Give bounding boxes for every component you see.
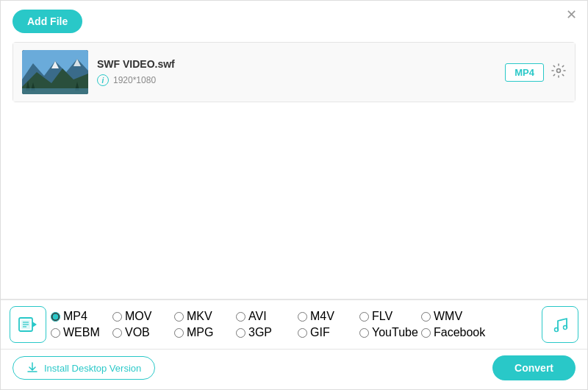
file-thumbnail (22, 50, 88, 94)
format-row-2: WEBM VOB MPG 3GP GIF (51, 326, 537, 339)
audio-format-tab[interactable] (542, 306, 578, 343)
format-row: MP4 MOV MKV AVI M4V (1, 300, 587, 349)
file-dimensions: 1920*1080 (113, 75, 156, 85)
format-option-youtube[interactable]: YouTube (359, 326, 418, 339)
format-option-wmv[interactable]: WMV (421, 310, 480, 323)
download-icon (26, 362, 38, 374)
file-meta: i 1920*1080 (97, 74, 496, 86)
bottom-actions: Install Desktop Version Convert (1, 350, 587, 389)
file-name: SWF VIDEO.swf (97, 58, 496, 70)
format-option-mpg[interactable]: MPG (174, 326, 233, 339)
format-options: MP4 MOV MKV AVI M4V (51, 304, 537, 345)
content-area (1, 102, 587, 264)
file-info: SWF VIDEO.swf i 1920*1080 (88, 58, 505, 86)
close-button[interactable]: ✕ (566, 8, 577, 21)
format-row-1: MP4 MOV MKV AVI M4V (51, 310, 537, 323)
format-option-mkv[interactable]: MKV (174, 310, 233, 323)
format-option-flv[interactable]: FLV (359, 310, 418, 323)
settings-icon[interactable] (551, 63, 566, 82)
svg-point-17 (564, 326, 567, 330)
file-actions: MP4 (505, 63, 566, 82)
format-option-3gp[interactable]: 3GP (236, 326, 295, 339)
video-format-tab[interactable] (10, 306, 46, 343)
format-option-gif[interactable]: GIF (298, 326, 356, 339)
format-option-m4v[interactable]: M4V (298, 310, 356, 323)
format-option-avi[interactable]: AVI (236, 310, 295, 323)
svg-point-16 (555, 328, 559, 332)
format-option-mov[interactable]: MOV (112, 310, 171, 323)
file-list: SWF VIDEO.swf i 1920*1080 MP4 (12, 42, 576, 102)
format-badge-button[interactable]: MP4 (505, 63, 544, 82)
header: Add File ✕ (1, 1, 587, 42)
install-desktop-button[interactable]: Install Desktop Version (12, 356, 155, 380)
add-file-button[interactable]: Add File (12, 10, 82, 33)
convert-button[interactable]: Convert (492, 355, 576, 380)
svg-rect-8 (22, 88, 88, 94)
info-icon: i (97, 74, 109, 86)
svg-point-9 (557, 68, 561, 72)
format-option-mp4[interactable]: MP4 (51, 310, 110, 323)
file-item: SWF VIDEO.swf i 1920*1080 MP4 (13, 43, 575, 102)
format-option-facebook[interactable]: Facebook (421, 326, 485, 339)
format-option-webm[interactable]: WEBM (51, 326, 110, 339)
format-option-vob[interactable]: VOB (112, 326, 171, 339)
svg-marker-11 (32, 322, 37, 327)
bottom-bar: MP4 MOV MKV AVI M4V (1, 299, 587, 389)
